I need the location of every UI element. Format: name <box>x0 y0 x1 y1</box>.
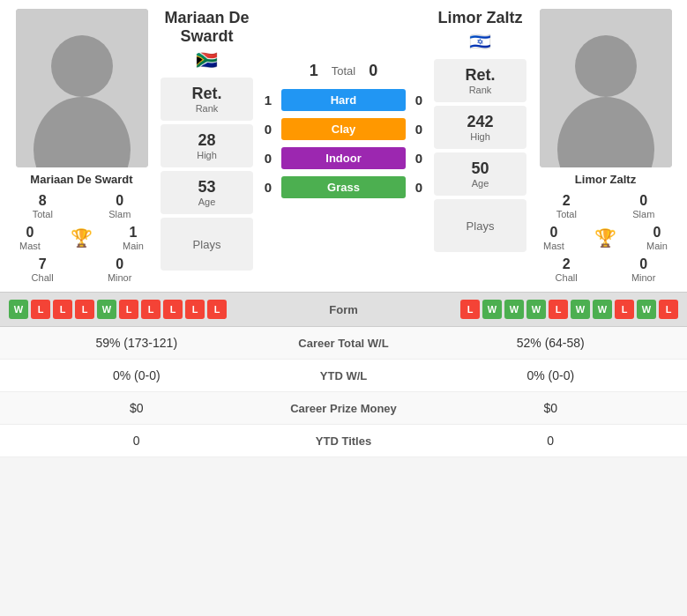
clay-p1: 0 <box>255 122 281 137</box>
trophy-icon-right: 🏆 <box>594 227 616 249</box>
svg-point-1 <box>51 35 113 97</box>
player1-slam-stat: 0 Slam <box>108 193 131 219</box>
player1-minor-value: 0 <box>108 256 132 272</box>
form-badge: L <box>75 300 94 319</box>
hard-row: 1 Hard 0 <box>255 87 432 113</box>
player2-minor-value: 0 <box>631 256 656 272</box>
player2-age-box: 50 Age <box>434 152 526 196</box>
player1-chall-label: Chall <box>32 272 54 283</box>
player1-info-col: Mariaan De Swardt 🇿🇦 Ret. Rank 28 High 5… <box>161 9 253 271</box>
player2-mast-value: 0 <box>543 225 564 241</box>
career-prize-left: $0 <box>18 401 256 415</box>
player1-main-stat: 1 Main <box>123 225 144 251</box>
player1-slam-label: Slam <box>108 209 131 219</box>
player2-chall-label: Chall <box>556 272 578 283</box>
player1-name: Mariaan De Swardt <box>30 173 132 186</box>
indoor-label: Indoor <box>325 152 361 165</box>
player1-mast-label: Mast <box>19 241 41 251</box>
total-p2: 0 <box>369 62 377 80</box>
clay-btn[interactable]: Clay <box>281 118 406 140</box>
player1-avatar <box>16 9 148 167</box>
player1-rank-value: Ret. <box>166 85 248 103</box>
player2-header-name: Limor Zaltz <box>434 9 526 27</box>
form-badge: L <box>460 300 480 319</box>
grass-btn[interactable]: Grass <box>281 176 406 198</box>
form-badge: L <box>119 300 138 319</box>
player1-plays-label: Plays <box>193 238 221 251</box>
player2-slam-stat: 0 Slam <box>632 193 654 219</box>
player1-form-badges: WLLLWLLLLL <box>9 300 287 319</box>
stats-section: 59% (173-121) Career Total W/L 52% (64-5… <box>0 327 687 457</box>
player2-stat-row3: 2 Chall 0 Minor <box>528 256 683 283</box>
main-layout: Mariaan De Swardt 8 Total 0 Slam 0 Mast … <box>0 0 687 292</box>
ytd-titles-row: 0 YTD Titles 0 <box>0 425 687 457</box>
player1-header: Mariaan De Swardt 🇿🇦 <box>161 9 253 71</box>
form-badge: W <box>97 300 116 319</box>
form-badge: L <box>659 300 678 319</box>
player2-total-value: 2 <box>556 193 577 209</box>
player1-age-box: 53 Age <box>161 171 253 214</box>
player1-rank-box: Ret. Rank <box>161 78 253 121</box>
grass-p2: 0 <box>406 180 432 195</box>
player2-stat-row2: 0 Mast 🏆 0 Main <box>528 225 683 251</box>
player1-high-value: 28 <box>166 131 248 150</box>
form-badge: L <box>549 300 568 319</box>
ytd-titles-label: YTD Titles <box>256 434 432 448</box>
career-prize-label: Career Prize Money <box>256 402 432 415</box>
hard-btn[interactable]: Hard <box>281 89 406 111</box>
player1-mast-value: 0 <box>19 225 41 241</box>
center-col: 1 Total 0 1 Hard 0 0 Clay 0 0 <box>255 9 432 200</box>
career-prize-right: $0 <box>432 401 670 415</box>
career-wl-row: 59% (173-121) Career Total W/L 52% (64-5… <box>0 327 687 360</box>
form-label: Form <box>291 303 397 316</box>
form-badge: W <box>9 300 28 319</box>
form-badge: L <box>31 300 50 319</box>
form-badge: W <box>526 300 546 319</box>
player1-main-value: 1 <box>123 225 144 241</box>
player2-slam-value: 0 <box>632 193 654 209</box>
player2-avatar <box>540 9 672 167</box>
player1-chall-value: 7 <box>32 256 54 272</box>
clay-row: 0 Clay 0 <box>255 116 432 142</box>
player2-mast-stat: 0 Mast <box>543 225 564 251</box>
indoor-btn[interactable]: Indoor <box>281 147 406 169</box>
player2-rank-box: Ret. Rank <box>434 59 526 102</box>
page-container: Mariaan De Swardt 8 Total 0 Slam 0 Mast … <box>0 0 687 457</box>
career-prize-row: $0 Career Prize Money $0 <box>0 392 687 425</box>
clay-label: Clay <box>332 122 355 136</box>
total-p1: 1 <box>310 62 318 80</box>
player2-minor-label: Minor <box>631 272 656 283</box>
ytd-wl-left: 0% (0-0) <box>18 368 256 382</box>
career-wl-label: Career Total W/L <box>256 337 432 350</box>
form-badge: L <box>207 300 227 319</box>
svg-point-4 <box>575 35 637 97</box>
grass-label: Grass <box>327 181 360 194</box>
form-badge: L <box>53 300 72 319</box>
player1-minor-stat: 0 Minor <box>108 256 132 283</box>
grass-p1: 0 <box>255 180 281 195</box>
ytd-titles-right: 0 <box>432 434 670 448</box>
form-badge: L <box>185 300 205 319</box>
player1-minor-label: Minor <box>108 272 132 283</box>
form-badge: W <box>637 300 656 319</box>
player1-card: Mariaan De Swardt 8 Total 0 Slam 0 Mast … <box>4 9 159 283</box>
form-badge: W <box>571 300 590 319</box>
player2-name: Limor Zaltz <box>575 173 636 186</box>
player1-high-label: High <box>166 150 248 160</box>
player1-rank-label: Rank <box>166 103 248 114</box>
indoor-p1: 0 <box>255 151 281 166</box>
player1-stat-row3: 7 Chall 0 Minor <box>4 256 159 283</box>
player1-slam-value: 0 <box>108 193 131 209</box>
player2-card: Limor Zaltz 2 Total 0 Slam 0 Mast 🏆 <box>528 9 683 283</box>
player2-total-label: Total <box>556 209 577 219</box>
player1-age-label: Age <box>166 197 248 207</box>
player2-rank-value: Ret. <box>439 66 521 85</box>
player2-plays-label: Plays <box>467 219 495 233</box>
player1-total-stat: 8 Total <box>33 193 53 219</box>
form-badge: L <box>615 300 634 319</box>
form-badge: W <box>593 300 612 319</box>
player1-stat-row2: 0 Mast 🏆 1 Main <box>4 225 159 251</box>
ytd-wl-row: 0% (0-0) YTD W/L 0% (0-0) <box>0 360 687 392</box>
player2-high-label: High <box>439 131 521 142</box>
trophy-icon-left: 🏆 <box>71 227 93 249</box>
